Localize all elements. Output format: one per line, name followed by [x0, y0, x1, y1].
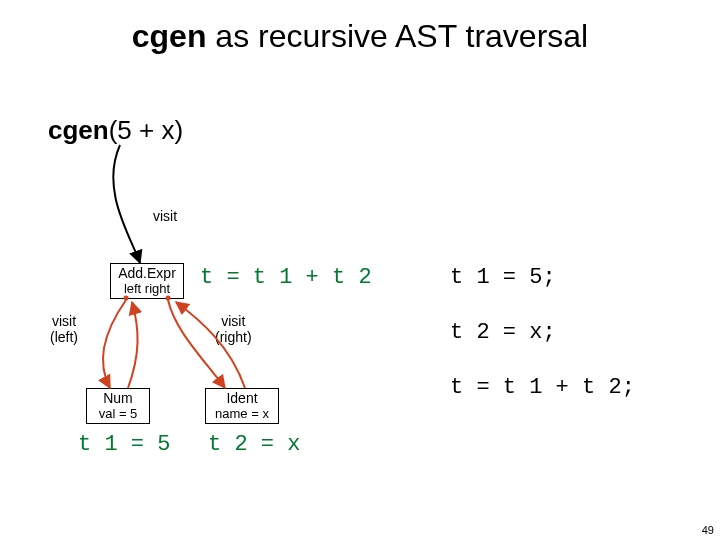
label-visit-left: visit (left): [50, 313, 78, 345]
node-ident-sub: name = x: [206, 406, 278, 423]
code-emit-1: t 1 = 5;: [450, 265, 556, 290]
title-rest: as recursive AST traversal: [206, 18, 588, 54]
node-num: Num val = 5: [86, 388, 150, 424]
slide-number: 49: [702, 524, 714, 536]
node-ident-title: Ident: [206, 389, 278, 406]
expr-line: cgen(5 + x): [48, 115, 183, 146]
code-left-return: t 1 = 5: [78, 432, 170, 457]
code-root-return: t = t 1 + t 2: [200, 265, 372, 290]
node-addexpr: Add.Expr left right: [110, 263, 184, 299]
slide-title: cgen as recursive AST traversal: [0, 18, 720, 55]
node-addexpr-title: Add.Expr: [111, 264, 183, 281]
code-emit-3: t = t 1 + t 2;: [450, 375, 635, 400]
expr-rest: (5 + x): [109, 115, 183, 145]
title-bold: cgen: [132, 18, 207, 54]
code-emit-2: t 2 = x;: [450, 320, 556, 345]
code-right-return: t 2 = x: [208, 432, 300, 457]
expr-bold: cgen: [48, 115, 109, 145]
node-ident: Ident name = x: [205, 388, 279, 424]
node-num-sub: val = 5: [87, 406, 149, 423]
label-visit-right: visit (right): [215, 313, 252, 345]
node-addexpr-sub: left right: [111, 281, 183, 298]
node-num-title: Num: [87, 389, 149, 406]
label-visit: visit: [153, 208, 177, 224]
